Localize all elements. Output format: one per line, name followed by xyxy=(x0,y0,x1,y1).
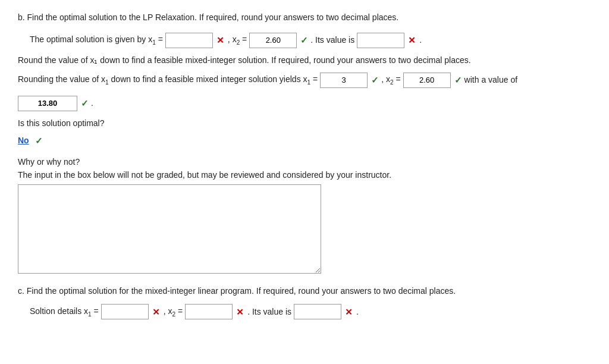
rounding-prefix: Rounding the value of x1 down to find a … xyxy=(18,72,318,88)
optimal-question-block: Is this solution optimal? No ✓ xyxy=(18,118,591,149)
part-c-x2-x: ✕ xyxy=(236,304,244,320)
period1: . xyxy=(419,33,422,48)
part-c-x2-input[interactable] xyxy=(185,304,233,319)
part-c-value-input[interactable] xyxy=(294,304,341,319)
part-b-header: b. Find the optimal solution to the LP R… xyxy=(18,11,591,24)
x2-check: ✓ xyxy=(300,32,308,48)
x1-x-mark: ✕ xyxy=(216,32,224,48)
rounding-line: Rounding the value of x1 down to find a … xyxy=(18,72,591,88)
why-textarea[interactable] xyxy=(18,184,321,274)
answer-no: No xyxy=(18,133,29,148)
textarea-note: The input in the box below will not be g… xyxy=(18,170,591,180)
part-c-block: c. Find the optimal solution for the mix… xyxy=(18,284,591,319)
part-c-x1-input[interactable] xyxy=(101,304,149,319)
part-c-x2-label: , x2 = xyxy=(164,304,183,320)
x2-rounded-input[interactable] xyxy=(403,73,451,88)
value-label: . Its value is xyxy=(310,33,354,48)
x2-rounded-check: ✓ xyxy=(454,72,462,88)
part-c-header: c. Find the optimal solution for the mix… xyxy=(18,284,591,297)
round-value-text: Round the value of x₁ down to find a fea… xyxy=(18,55,471,65)
answer-line: No ✓ xyxy=(18,133,591,149)
x1-rounded-input[interactable] xyxy=(320,73,368,88)
part-c-value-label: . Its value is xyxy=(247,305,291,319)
why-block: Why or why not? The input in the box bel… xyxy=(18,157,591,274)
part-c-solution-line: Soltion details x1 = ✕ , x2 = ✕ . Its va… xyxy=(30,304,591,320)
value-input[interactable] xyxy=(357,33,404,48)
comma-x2: , x2 = xyxy=(381,72,400,88)
x2-label: , x2 = xyxy=(228,32,247,48)
part-c-x1-x: ✕ xyxy=(152,304,160,320)
optimal-question: Is this solution optimal? xyxy=(18,118,591,128)
x1-input[interactable] xyxy=(165,33,213,48)
x2-input[interactable] xyxy=(249,33,297,48)
value-result-input[interactable] xyxy=(18,96,77,111)
x1-rounded-check: ✓ xyxy=(371,72,379,88)
x1-label: The optimal solution is given by x1 = xyxy=(30,32,163,48)
with-value-of-text: with a value of xyxy=(464,73,518,87)
part-c-value-x: ✕ xyxy=(345,304,353,320)
value-result-line: ✓ . xyxy=(18,95,591,111)
period2: . xyxy=(91,96,93,111)
value-x-mark: ✕ xyxy=(408,32,416,48)
answer-check: ✓ xyxy=(35,133,43,149)
optimal-solution-line: The optimal solution is given by x1 = ✕ … xyxy=(30,32,591,48)
part-c-x1-label: Soltion details x1 = xyxy=(30,304,99,320)
value-result-check: ✓ xyxy=(81,95,89,111)
why-question: Why or why not? xyxy=(18,157,591,167)
period3: . xyxy=(356,305,359,319)
